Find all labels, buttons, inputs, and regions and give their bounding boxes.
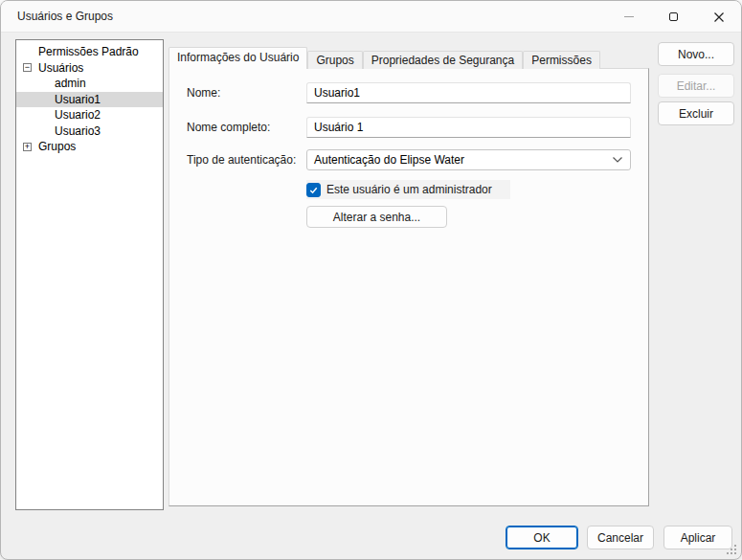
nome-completo-input[interactable]: Usuário 1 — [306, 117, 631, 138]
tipo-autenticacao-value: Autenticação do Elipse Water — [314, 153, 612, 167]
tree-item-label: Permissões Padrão — [38, 44, 139, 60]
maximize-icon — [669, 12, 678, 21]
admin-checkbox-row[interactable]: Este usuário é um administrador — [306, 180, 510, 199]
tree-item-grupos[interactable]: + Grupos — [16, 139, 163, 155]
tab-bar: Informações do UsuárioGruposPropriedades… — [169, 47, 649, 68]
nome-label: Nome: — [187, 86, 306, 100]
tree-item-label: Usuario1 — [55, 92, 101, 108]
alterar-senha-button[interactable]: Alterar a senha... — [306, 206, 447, 228]
editar-button: Editar... — [658, 74, 734, 98]
minimize-button[interactable] — [606, 1, 651, 33]
nome-completo-row: Nome completo: Usuário 1 — [187, 117, 631, 138]
tab-informacoes-do-usuario[interactable]: Informações do Usuário — [169, 47, 307, 69]
maximize-button[interactable] — [651, 1, 696, 33]
resize-grip-icon[interactable] — [724, 542, 736, 554]
tree-item-label: Usuario3 — [55, 123, 101, 140]
tree-item-usuario3[interactable]: Usuario3 — [16, 123, 163, 140]
aplicar-button[interactable]: Aplicar — [663, 526, 732, 549]
tree-item-label: Usuários — [38, 60, 83, 77]
tree-item-admin[interactable]: admin — [16, 76, 163, 92]
tree-item-usuario2[interactable]: Usuario2 — [16, 107, 163, 123]
novo-button[interactable]: Novo... — [658, 42, 734, 66]
admin-checkbox-label: Este usuário é um administrador — [326, 183, 492, 196]
expand-expander-icon[interactable]: + — [23, 143, 32, 151]
chevron-down-icon — [612, 156, 623, 164]
tipo-autenticacao-label: Tipo de autenticação: — [187, 153, 306, 167]
tipo-autenticacao-select[interactable]: Autenticação do Elipse Water — [306, 149, 631, 170]
checkmark-icon — [308, 185, 319, 195]
window-controls — [606, 1, 741, 33]
close-icon — [713, 11, 725, 23]
collapse-expander-icon[interactable]: − — [23, 63, 32, 72]
ok-button[interactable]: OK — [506, 526, 578, 549]
nome-row: Nome: Usuario1 — [187, 82, 631, 103]
admin-checkbox[interactable] — [306, 183, 321, 197]
title-bar: Usuários e Grupos — [1, 1, 741, 33]
tab-page-informacoes-do-usuario: Nome: Usuario1 Nome completo: Usuário 1 … — [169, 68, 649, 506]
tree-item-usuarios[interactable]: − Usuários — [16, 60, 163, 77]
close-button[interactable] — [696, 1, 741, 33]
tree-item-usuario1[interactable]: Usuario1 — [16, 92, 163, 108]
tab-grupos[interactable]: Grupos — [307, 51, 362, 69]
tipo-autenticacao-row: Tipo de autenticação: Autenticação do El… — [187, 149, 631, 170]
window-title: Usuários e Grupos — [17, 10, 113, 23]
tree-item-label: Grupos — [38, 139, 76, 155]
tab-propriedades-de-seguranca[interactable]: Propriedades de Segurança — [363, 51, 523, 69]
nome-input[interactable]: Usuario1 — [306, 82, 631, 103]
tree-item-label: Usuario2 — [55, 107, 101, 123]
tree-item-permissoes-padrao[interactable]: Permissões Padrão — [16, 44, 163, 60]
dialog-usuarios-e-grupos: Usuários e Grupos Permissões Padrão − Us… — [0, 0, 742, 560]
nome-completo-label: Nome completo: — [187, 121, 306, 134]
minimize-icon — [624, 16, 634, 17]
user-group-tree: Permissões Padrão − Usuários admin Usuar… — [15, 39, 164, 510]
tab-permissoes[interactable]: Permissões — [523, 51, 600, 69]
tree-item-label: admin — [55, 76, 86, 92]
excluir-button[interactable]: Excluir — [658, 101, 734, 125]
cancelar-button[interactable]: Cancelar — [587, 526, 654, 549]
